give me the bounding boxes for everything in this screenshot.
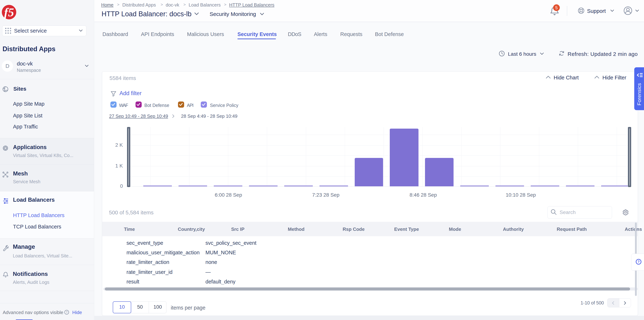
svg-text:?: ? [638,260,640,263]
svg-text:?: ? [66,311,68,314]
svg-text:f5: f5 [4,6,14,19]
